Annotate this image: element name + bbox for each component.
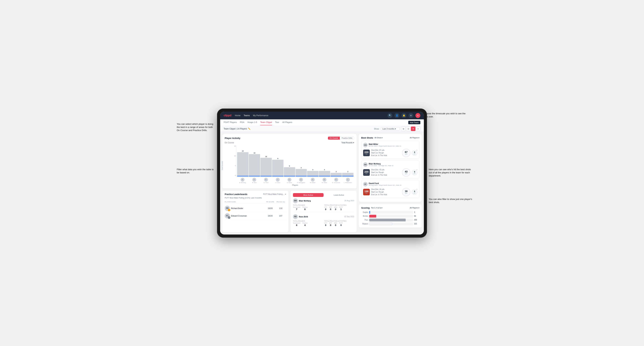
bar[interactable] (260, 158, 272, 176)
col-player-name: PLAYER NAME (225, 201, 265, 203)
shot-entry-1[interactable]: MM Matt Miller 09 Jun 2023 · Royal North… (361, 141, 419, 159)
bell-icon-btn[interactable]: 🔔 (402, 113, 406, 118)
all-players-filter[interactable]: All Players ▾ (410, 137, 419, 139)
chart-container: Total Rounds 15 10 5 0 (225, 145, 354, 186)
x-axis-labels: B. McHargR. BrittD. FordJ. ColesE. Ebert… (236, 182, 354, 183)
putt-stat-2: PUTT 0 (339, 222, 343, 226)
avatar-circle: R. (252, 178, 256, 181)
scoring-row-pars: Pars499 (361, 219, 419, 221)
tab-all-players[interactable]: All Players (282, 120, 292, 125)
tab-pga[interactable]: PGA (240, 120, 244, 125)
view-grid2-btn[interactable]: ⊞ (401, 127, 406, 131)
x-label: J. Coles (272, 182, 283, 183)
nav-performance[interactable]: My Performance (253, 114, 268, 117)
shot-dist-badge-3: 16 yds (402, 188, 410, 196)
gtt-stat-1: GTT 0 (324, 206, 327, 211)
main-content: Player Activity On Course Practice Drill… (220, 132, 424, 234)
nav-teams[interactable]: Teams (244, 114, 250, 117)
shot-player-meta-1: 09 Jun 2023 · Royal North Devon GC, Hole… (369, 145, 401, 147)
tab-hcaps[interactable]: Hcaps 1-5 (248, 120, 257, 125)
chart-dropdown[interactable]: Total Rounds ▾ (342, 142, 354, 144)
practice-drills-btn[interactable]: Practice Drills (340, 137, 354, 140)
rounds-sub-2: Tournament 8 Practice 4 (293, 222, 323, 226)
bar-value-label: 9 (278, 158, 278, 159)
player-avatar-small: E. (330, 178, 342, 181)
tab-tour[interactable]: Tour (275, 120, 279, 125)
all-shots-filter[interactable]: All Shots ▾ (374, 137, 382, 139)
nav-home[interactable]: Home (235, 114, 240, 117)
bar-group: 13 (237, 150, 248, 176)
tab-pgat-players[interactable]: PGAT Players (224, 120, 237, 125)
users-icon-btn[interactable]: 👤 (394, 113, 399, 118)
bar[interactable] (237, 152, 248, 176)
shot-player-name-2: Blair McHarg (369, 163, 394, 165)
scoring-par-filter[interactable]: Par 3, 4 & 5s ▾ (371, 207, 382, 209)
shot-dist-badge-2: 43 yds (402, 168, 410, 177)
show-dropdown[interactable]: Last 3 months ▾ (381, 127, 400, 131)
practice-activities-group-1: Total Practice Activities GTT 0 APP (324, 204, 354, 211)
y-axis: 15 10 5 0 (232, 145, 236, 177)
app-stat-2: APP 0 (329, 222, 332, 226)
bar[interactable] (296, 169, 307, 176)
scoring-bar-container (369, 219, 413, 221)
shot-badge-2: 200 SG (363, 169, 370, 176)
lb-avatar-2: EC 2 (225, 213, 230, 218)
leaderboard-dropdown[interactable]: PUTT Must Make Putting ... ▾ (263, 193, 286, 195)
player-avatar-small: E. (284, 178, 295, 181)
activity-date-1: 26 Aug 2023 (344, 200, 354, 202)
scoring-bar (369, 219, 406, 221)
user-avatar[interactable]: A (416, 113, 420, 118)
bar-highlight (330, 176, 342, 176)
bar[interactable] (272, 160, 284, 176)
scoring-value: 3 (414, 211, 419, 213)
practice-activities-label-2: Total Practice Activities (324, 220, 354, 222)
scoring-header: Scoring Par 3, 4 & 5s ▾ All Players ▾ (361, 206, 419, 209)
bar[interactable] (342, 173, 354, 176)
left-column: Player Activity On Course Practice Drill… (222, 134, 357, 232)
add-team-button[interactable]: Add Team (408, 121, 420, 124)
bar[interactable] (249, 154, 260, 176)
player-avatar-small: R. (307, 178, 318, 181)
leaderboard-title: Practice Leaderboards (225, 193, 247, 195)
view-list-btn[interactable]: ≡ (416, 127, 420, 131)
bar[interactable] (330, 173, 342, 176)
shot-avatar-3: DF (363, 182, 368, 186)
player-avatar-small: R. (249, 178, 260, 181)
shot-player-details-3: David Ford 24 Aug 2023 · Royal North Dev… (369, 182, 401, 186)
shot-entry-3[interactable]: DF David Ford 24 Aug 2023 · Royal North … (361, 180, 419, 198)
bar[interactable] (319, 171, 330, 176)
show-label: Show: (374, 128, 380, 130)
shots-filter-group: All Shots ▾ (374, 137, 408, 139)
bar-highlight (284, 176, 295, 176)
annotation-left-top: You can select which player is doing the… (177, 123, 215, 132)
bar[interactable] (284, 167, 295, 176)
shot-player-meta-2: 23 Jul 2023 · Ashridge GC, Hole 15 (369, 165, 394, 167)
bar-highlight (237, 176, 248, 176)
most-active-tab[interactable]: Most Active (293, 193, 324, 197)
on-course-toggle-group: On Course Practice Drills (328, 137, 354, 140)
sub-nav-tabs: PGAT Players PGA Hcaps 1-5 Team Clippd T… (224, 120, 292, 125)
search-icon-btn[interactable]: 🔍 (388, 113, 392, 118)
view-grid3-btn[interactable]: ⊟ (406, 127, 410, 131)
app-stat-1: APP 0 (329, 206, 332, 211)
view-heart-btn[interactable]: ♥ (411, 127, 416, 131)
bar[interactable] (307, 171, 318, 176)
avatar-circle: B. (240, 178, 244, 181)
scoring-value: 315 (414, 223, 419, 225)
chart-subheader: On Course Total Rounds ▾ (225, 142, 354, 144)
activity-player-1: BM Blair McHarg 26 Aug 2023 Total Rounds (293, 198, 354, 212)
least-active-tab[interactable]: Least Active (324, 193, 354, 197)
tab-team-clippd[interactable]: Team Clippd (260, 120, 272, 125)
scoring-players-filter[interactable]: All Players ▾ (410, 207, 419, 209)
activity-name-1: Blair McHarg (299, 200, 311, 202)
best-shots-title: Best Shots (361, 137, 373, 139)
lb-name-2: Edward Crossman (231, 215, 247, 217)
edit-icon[interactable]: ✏️ (248, 128, 250, 130)
on-course-btn[interactable]: On Course (328, 137, 340, 140)
lb-row-2: EC 2 Edward Crossman 18/20 107 (225, 212, 286, 220)
shot-entry-2[interactable]: BM Blair McHarg 23 Jul 2023 · Ashridge G… (361, 161, 419, 178)
total-rounds-group-1: Total Rounds Tournament 7 Practice (293, 204, 323, 211)
tournament-val-1: 7 (293, 208, 300, 211)
avatar-circle: M. (322, 178, 326, 181)
plus-icon-btn[interactable]: ⊕ (408, 113, 413, 118)
